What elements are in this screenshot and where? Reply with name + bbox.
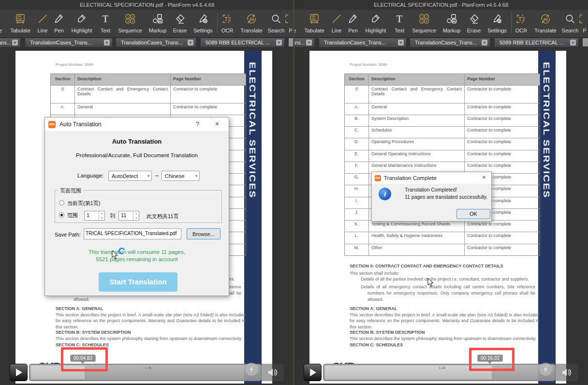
table-header-row: SectionDescriptionPage Number <box>345 74 540 85</box>
table-row: A.GeneralContractor to complete <box>345 103 540 115</box>
table-cell-page: Contractor to complete <box>465 115 540 126</box>
tab-close-icon[interactable]: × <box>570 40 576 45</box>
mouse-cursor <box>427 278 434 289</box>
radio-page-range-label: 范围 <box>67 212 78 219</box>
spinner-arrows[interactable]: ▴▾ <box>99 211 104 220</box>
table-cell-page: Contractor to complete <box>465 138 540 150</box>
table-cell-description: Contract Contact and Emergency Contact D… <box>75 86 171 103</box>
dialog-title: Auto Translation <box>59 121 102 128</box>
window-titlebar: ELECTRICAL SPECIFICATION.pdf - PlanForm … <box>0 0 294 10</box>
page-section-text: This section describes the project in br… <box>56 312 245 330</box>
document-tab[interactable]: TranslationCases_Trans...× <box>25 38 112 47</box>
document-tab[interactable]: 5089 RBB ELECTRICAL ...× <box>495 38 578 47</box>
svg-text:2: 2 <box>132 15 133 18</box>
range-to-spinner[interactable]: 11▴▾ <box>118 211 139 221</box>
table-cell-page: Contractor to complete <box>465 221 540 232</box>
table-cell-page: Contractor to complete <box>465 244 540 255</box>
page-section-text: This section shall include: <box>350 270 539 276</box>
video-frame-divider <box>293 0 294 385</box>
tab-title: 5089 RBB ELECTRICAL ... <box>495 40 573 45</box>
banner-text: ELECTRICAL SERVICES <box>542 62 551 198</box>
play-button[interactable] <box>304 364 322 381</box>
table-cell-description: Testing & Commissioning Record Sheets <box>369 221 465 232</box>
player-pages-label: 1-48 <box>439 366 445 370</box>
player-timeline[interactable]: 1-48 <box>323 364 556 381</box>
table-cell-page: Contractor to complete <box>465 127 540 138</box>
translation-complete-dialog: PDFTranslation Complete×iTranslation Com… <box>371 172 492 222</box>
tab-close-icon[interactable]: × <box>188 40 193 45</box>
tab-bar: ans...×TranslationCases_Trans...×Transla… <box>0 38 294 47</box>
tab-close-icon[interactable]: × <box>12 40 18 45</box>
table-cell-description: General Operating Instructions <box>369 150 465 162</box>
volume-button[interactable] <box>262 364 284 381</box>
play-button[interactable] <box>10 364 28 381</box>
range-from-spinner[interactable]: 1▴▾ <box>84 211 105 221</box>
page-section-text: SECTION A: GENERAL <box>56 306 241 311</box>
document-tab[interactable]: TranslationCases_Trans...× <box>319 38 406 47</box>
tab-close-icon[interactable]: × <box>482 40 487 45</box>
annotation-red-box <box>61 347 108 371</box>
spinner-arrows[interactable]: ▴▾ <box>133 211 139 220</box>
dialog-heading: Auto Translation <box>45 138 229 145</box>
table-cell-description: Schedules <box>369 127 465 138</box>
source-language-value: AutoDetect <box>112 173 138 179</box>
banner-text: ELECTRICAL SERVICES <box>248 62 257 198</box>
document-tab[interactable]: TranslationCases_Trans...× <box>116 38 196 47</box>
dialog-titlebar: PDFAuto Translation <box>45 118 229 131</box>
radio-page-range[interactable] <box>59 212 64 218</box>
toolbar-button-partial-right[interactable]: P <box>568 12 588 33</box>
document-tab[interactable]: 5089 RBB ELECTRICAL ...× <box>201 38 284 47</box>
table-cell-description: Health, Safety & Hygiene Awareness <box>369 232 465 244</box>
dialog-help-button[interactable]: ? <box>196 120 199 128</box>
player-lightning-icon[interactable] <box>539 363 552 376</box>
consume-line1: This translation will consume 11 pages, <box>45 249 229 255</box>
table-cell-section: I. <box>345 197 369 208</box>
tab-title: TranslationCases_Trans... <box>319 40 396 45</box>
player-lightning-icon[interactable] <box>245 363 258 376</box>
document-tab[interactable]: ans...× <box>294 38 314 47</box>
tab-close-icon[interactable]: × <box>306 40 312 45</box>
save-path-label: Save Path: <box>55 232 81 237</box>
page-section-text: SECTION B: SYSTEM DESCRIPTION <box>350 329 535 335</box>
document-tab[interactable]: ans...× <box>0 38 20 47</box>
source-language-select[interactable]: AutoDetect▾ <box>108 171 152 181</box>
svg-text:2: 2 <box>426 15 427 18</box>
tab-title: TranslationCases_Trans... <box>410 40 486 45</box>
dialog-titlebar: PDFTranslation Complete <box>372 172 491 184</box>
partial-right-icon <box>568 12 588 26</box>
page-side-banner: ELECTRICAL SERVICES <box>244 51 262 384</box>
save-path-input[interactable]: TRICAL SPECIFICATION_Translated.pdf <box>84 228 181 239</box>
radio-current-page[interactable] <box>59 200 64 206</box>
table-cell-section: 0 <box>51 86 75 103</box>
app-window-left: ELECTRICAL SPECIFICATION.pdf - PlanForm … <box>0 0 294 385</box>
toolbar: eTabulateLinePenHighlightTText1234Sequen… <box>0 10 294 38</box>
dialog-close-button[interactable]: × <box>482 174 486 181</box>
svg-text:AI: AI <box>543 16 548 22</box>
toolbar-button-partial-right[interactable]: P <box>274 12 294 33</box>
svg-text:AI: AI <box>249 16 254 22</box>
ok-button[interactable]: OK <box>456 209 490 219</box>
table-cell-section: B. <box>345 115 369 126</box>
browse-button[interactable]: Browse... <box>187 228 220 239</box>
tab-close-icon[interactable]: × <box>104 40 110 45</box>
table-row: L.Health, Safety & Hygiene AwarenessCont… <box>345 232 540 244</box>
start-translation-button[interactable]: Start Translation <box>99 272 177 292</box>
table-cell-page: Contractor to complete <box>171 104 246 115</box>
table-header-cell: Section <box>345 74 369 85</box>
complete-line2: 11 pages are translated successfully. <box>405 194 487 200</box>
dialog-subheading: Professional/Accurate, Full Document Tra… <box>45 152 229 158</box>
volume-button[interactable] <box>556 364 578 381</box>
tab-close-icon[interactable]: × <box>276 40 282 45</box>
table-cell-section: H. <box>345 185 369 197</box>
table-cell-page: Contractor to complete <box>465 232 540 244</box>
table-row: C.SchedulesContractor to complete <box>345 126 540 138</box>
table-cell-section: A. <box>345 104 369 115</box>
range-from-value: 1 <box>87 212 89 218</box>
document-tab[interactable]: TranslationCases_Trans...× <box>410 38 490 47</box>
dialog-close-button[interactable]: × <box>215 120 219 128</box>
complete-line1: Translation Completed! <box>405 187 457 192</box>
page-section-text: Details of all the parties involved on t… <box>350 276 535 282</box>
target-language-select[interactable]: Chinese▾ <box>162 171 200 181</box>
tab-close-icon[interactable]: × <box>398 40 404 45</box>
table-header-row: SectionDescriptionPage Number <box>51 74 246 85</box>
